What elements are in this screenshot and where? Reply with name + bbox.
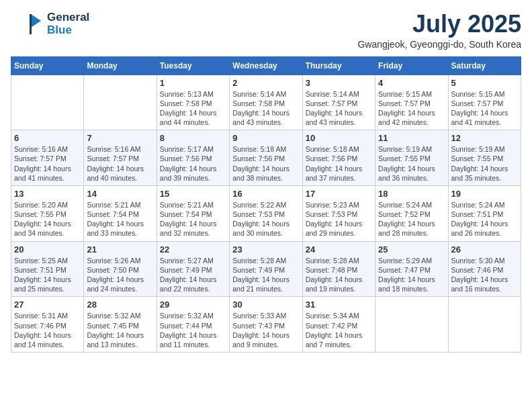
- day-info: Sunrise: 5:29 AM Sunset: 7:47 PM Dayligh…: [378, 256, 445, 294]
- day-info: Sunrise: 5:28 AM Sunset: 7:49 PM Dayligh…: [232, 256, 299, 294]
- day-number: 10: [306, 133, 372, 143]
- logo-blue: Blue: [47, 24, 89, 37]
- title-block: July 2025 Gwangjeok, Gyeonggi-do, South …: [357, 11, 521, 50]
- cell-3-6: 18Sunrise: 5:24 AM Sunset: 7:52 PM Dayli…: [375, 185, 448, 241]
- day-info: Sunrise: 5:30 AM Sunset: 7:46 PM Dayligh…: [451, 256, 518, 294]
- cell-1-5: 3Sunrise: 5:14 AM Sunset: 7:57 PM Daylig…: [302, 75, 375, 130]
- logo-general: General: [47, 11, 89, 24]
- cell-3-1: 13Sunrise: 5:20 AM Sunset: 7:55 PM Dayli…: [11, 185, 84, 241]
- cell-2-4: 9Sunrise: 5:18 AM Sunset: 7:56 PM Daylig…: [230, 130, 302, 186]
- day-number: 27: [14, 300, 81, 310]
- day-number: 26: [451, 244, 518, 255]
- cell-2-7: 12Sunrise: 5:19 AM Sunset: 7:55 PM Dayli…: [448, 130, 521, 186]
- cell-5-5: 31Sunrise: 5:34 AM Sunset: 7:42 PM Dayli…: [302, 297, 375, 353]
- day-info: Sunrise: 5:32 AM Sunset: 7:45 PM Dayligh…: [87, 311, 153, 349]
- day-info: Sunrise: 5:15 AM Sunset: 7:57 PM Dayligh…: [451, 89, 518, 128]
- cell-5-4: 30Sunrise: 5:33 AM Sunset: 7:43 PM Dayli…: [230, 297, 302, 353]
- col-header-thursday: Thursday: [302, 56, 375, 75]
- day-number: 2: [232, 78, 299, 88]
- day-info: Sunrise: 5:26 AM Sunset: 7:50 PM Dayligh…: [87, 256, 153, 294]
- day-info: Sunrise: 5:14 AM Sunset: 7:58 PM Dayligh…: [232, 89, 299, 128]
- day-info: Sunrise: 5:27 AM Sunset: 7:49 PM Dayligh…: [160, 256, 226, 294]
- cell-5-1: 27Sunrise: 5:31 AM Sunset: 7:46 PM Dayli…: [11, 297, 84, 353]
- day-number: 8: [160, 133, 226, 143]
- location: Gwangjeok, Gyeonggi-do, South Korea: [357, 39, 521, 50]
- day-number: 28: [87, 300, 153, 310]
- day-number: 16: [232, 189, 299, 199]
- cell-4-6: 25Sunrise: 5:29 AM Sunset: 7:47 PM Dayli…: [375, 241, 448, 297]
- day-number: 23: [232, 244, 299, 255]
- cell-1-4: 2Sunrise: 5:14 AM Sunset: 7:58 PM Daylig…: [230, 75, 302, 130]
- cell-4-7: 26Sunrise: 5:30 AM Sunset: 7:46 PM Dayli…: [448, 241, 521, 297]
- day-number: 3: [306, 78, 372, 88]
- svg-rect-1: [30, 14, 32, 34]
- day-number: 25: [378, 244, 445, 255]
- cell-2-6: 11Sunrise: 5:19 AM Sunset: 7:55 PM Dayli…: [375, 130, 448, 186]
- day-info: Sunrise: 5:18 AM Sunset: 7:56 PM Dayligh…: [232, 144, 299, 183]
- day-number: 15: [160, 189, 226, 199]
- cell-1-7: 5Sunrise: 5:15 AM Sunset: 7:57 PM Daylig…: [448, 75, 521, 130]
- day-info: Sunrise: 5:25 AM Sunset: 7:51 PM Dayligh…: [14, 256, 81, 294]
- svg-marker-0: [31, 14, 41, 28]
- week-row-2: 6Sunrise: 5:16 AM Sunset: 7:57 PM Daylig…: [11, 130, 521, 186]
- day-info: Sunrise: 5:18 AM Sunset: 7:56 PM Dayligh…: [306, 144, 372, 183]
- day-info: Sunrise: 5:33 AM Sunset: 7:43 PM Dayligh…: [232, 311, 299, 349]
- cell-5-2: 28Sunrise: 5:32 AM Sunset: 7:45 PM Dayli…: [84, 297, 157, 353]
- day-number: 11: [378, 133, 445, 143]
- logo: GeneralBlue: [11, 11, 89, 38]
- week-row-3: 13Sunrise: 5:20 AM Sunset: 7:55 PM Dayli…: [11, 185, 521, 241]
- day-info: Sunrise: 5:21 AM Sunset: 7:54 PM Dayligh…: [87, 200, 153, 238]
- col-header-saturday: Saturday: [448, 56, 521, 75]
- day-info: Sunrise: 5:16 AM Sunset: 7:57 PM Dayligh…: [87, 144, 153, 183]
- week-row-1: 1Sunrise: 5:13 AM Sunset: 7:58 PM Daylig…: [11, 75, 521, 130]
- calendar-table: SundayMondayTuesdayWednesdayThursdayFrid…: [11, 56, 521, 353]
- cell-4-2: 21Sunrise: 5:26 AM Sunset: 7:50 PM Dayli…: [84, 241, 157, 297]
- week-row-5: 27Sunrise: 5:31 AM Sunset: 7:46 PM Dayli…: [11, 297, 521, 353]
- day-number: 24: [306, 244, 372, 255]
- day-number: 18: [378, 189, 445, 199]
- cell-4-4: 23Sunrise: 5:28 AM Sunset: 7:49 PM Dayli…: [230, 241, 302, 297]
- col-header-wednesday: Wednesday: [230, 56, 302, 75]
- day-number: 29: [160, 300, 226, 310]
- day-info: Sunrise: 5:19 AM Sunset: 7:55 PM Dayligh…: [451, 144, 518, 183]
- logo-icon: [11, 11, 44, 38]
- day-info: Sunrise: 5:13 AM Sunset: 7:58 PM Dayligh…: [160, 89, 226, 128]
- cell-3-4: 16Sunrise: 5:22 AM Sunset: 7:53 PM Dayli…: [230, 185, 302, 241]
- day-number: 20: [14, 244, 81, 255]
- cell-1-2: [84, 75, 157, 130]
- day-info: Sunrise: 5:31 AM Sunset: 7:46 PM Dayligh…: [14, 311, 81, 349]
- header-row: SundayMondayTuesdayWednesdayThursdayFrid…: [11, 56, 521, 75]
- cell-2-1: 6Sunrise: 5:16 AM Sunset: 7:57 PM Daylig…: [11, 130, 84, 186]
- day-number: 1: [160, 78, 226, 88]
- day-info: Sunrise: 5:23 AM Sunset: 7:53 PM Dayligh…: [306, 200, 372, 238]
- day-number: 17: [306, 189, 372, 199]
- cell-4-3: 22Sunrise: 5:27 AM Sunset: 7:49 PM Dayli…: [157, 241, 229, 297]
- day-info: Sunrise: 5:19 AM Sunset: 7:55 PM Dayligh…: [378, 144, 445, 183]
- day-info: Sunrise: 5:17 AM Sunset: 7:56 PM Dayligh…: [160, 144, 226, 183]
- month-title: July 2025: [357, 11, 521, 38]
- cell-4-5: 24Sunrise: 5:28 AM Sunset: 7:48 PM Dayli…: [302, 241, 375, 297]
- cell-5-3: 29Sunrise: 5:32 AM Sunset: 7:44 PM Dayli…: [157, 297, 229, 353]
- day-info: Sunrise: 5:22 AM Sunset: 7:53 PM Dayligh…: [232, 200, 299, 238]
- col-header-sunday: Sunday: [11, 56, 84, 75]
- day-info: Sunrise: 5:20 AM Sunset: 7:55 PM Dayligh…: [14, 200, 81, 238]
- cell-2-3: 8Sunrise: 5:17 AM Sunset: 7:56 PM Daylig…: [157, 130, 229, 186]
- day-number: 22: [160, 244, 226, 255]
- page-header: GeneralBlue July 2025 Gwangjeok, Gyeongg…: [11, 11, 521, 50]
- day-number: 13: [14, 189, 81, 199]
- day-number: 12: [451, 133, 518, 143]
- cell-3-2: 14Sunrise: 5:21 AM Sunset: 7:54 PM Dayli…: [84, 185, 157, 241]
- day-info: Sunrise: 5:21 AM Sunset: 7:54 PM Dayligh…: [160, 200, 226, 238]
- day-number: 6: [14, 133, 81, 143]
- day-info: Sunrise: 5:16 AM Sunset: 7:57 PM Dayligh…: [14, 144, 81, 183]
- day-number: 5: [451, 78, 518, 88]
- cell-4-1: 20Sunrise: 5:25 AM Sunset: 7:51 PM Dayli…: [11, 241, 84, 297]
- cell-1-6: 4Sunrise: 5:15 AM Sunset: 7:57 PM Daylig…: [375, 75, 448, 130]
- cell-1-1: [11, 75, 84, 130]
- cell-3-5: 17Sunrise: 5:23 AM Sunset: 7:53 PM Dayli…: [302, 185, 375, 241]
- cell-3-7: 19Sunrise: 5:24 AM Sunset: 7:51 PM Dayli…: [448, 185, 521, 241]
- day-number: 19: [451, 189, 518, 199]
- day-number: 9: [232, 133, 299, 143]
- day-info: Sunrise: 5:24 AM Sunset: 7:51 PM Dayligh…: [451, 200, 518, 238]
- day-number: 31: [306, 300, 372, 310]
